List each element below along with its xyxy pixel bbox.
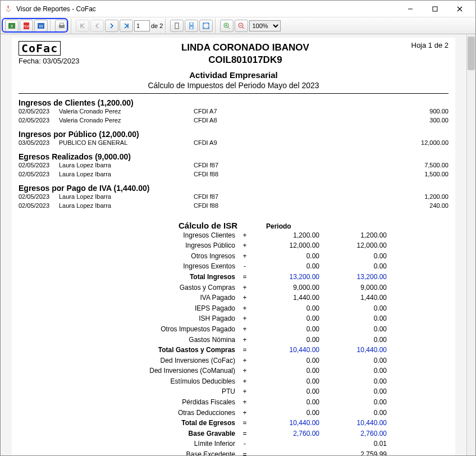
page-of-label: de 2 <box>151 22 163 29</box>
isr-value-2: 0.01 <box>319 439 387 449</box>
zoom-select[interactable]: 100% <box>249 20 281 31</box>
isr-op: - <box>237 261 252 272</box>
scrollbar-thumb[interactable] <box>468 37 475 70</box>
isr-value-1: 0.00 <box>252 251 319 262</box>
isr-row: IVA Pagado+1,440.001,440.00 <box>63 293 448 303</box>
isr-op: + <box>237 376 252 387</box>
isr-value-2: 0.00 <box>319 366 387 376</box>
titlebar: Visor de Reportes - CoFac <box>1 1 475 17</box>
isr-value-1: 10,440.00 <box>252 418 319 428</box>
zoom-in-button[interactable] <box>220 20 234 32</box>
isr-value-2: 0.00 <box>319 386 387 397</box>
row-amount: 240.00 <box>401 202 448 211</box>
isr-label: Otros Impuestos Pagado <box>63 324 237 335</box>
continuous-page-button[interactable] <box>185 20 198 32</box>
row-name: Laura Lopez Ibarra <box>59 161 194 170</box>
isr-op: + <box>237 282 252 293</box>
section-title: Egresos Realizados (9,000.00) <box>19 152 448 161</box>
isr-label: Ded Inversiones (CoManual) <box>63 366 237 376</box>
isr-row: Ded Inversiones (CoManual)+0.000.00 <box>63 366 448 376</box>
svg-rect-16 <box>190 26 193 29</box>
content-area: CoFac Fecha: 03/05/2023 LINDA CORONADO I… <box>1 34 475 455</box>
isr-value-2: 13,200.00 <box>319 272 387 282</box>
last-page-button[interactable] <box>120 20 133 32</box>
report-rfc: COIL801017DK9 <box>79 54 411 66</box>
isr-label: Total Gastos y Compras <box>63 345 237 355</box>
isr-op: + <box>237 397 252 408</box>
isr-label: Gastos Nómina <box>63 335 237 345</box>
row-date: 02/05/2023 <box>19 170 59 179</box>
isr-value-2: 2,760.00 <box>319 428 387 439</box>
first-page-button[interactable] <box>76 20 89 32</box>
export-group: X PDF W <box>3 19 51 33</box>
export-excel-button[interactable]: X <box>5 20 19 32</box>
isr-row: IEPS Pagado+0.000.00 <box>63 303 448 314</box>
isr-op: + <box>237 386 252 397</box>
isr-label: Ded Inversiones (CoFac) <box>63 355 237 366</box>
row-date: 02/05/2023 <box>19 107 59 116</box>
row-name: Laura Lopez Ibarra <box>59 202 194 211</box>
report-page: CoFac Fecha: 03/05/2023 LINDA CORONADO I… <box>12 38 455 455</box>
export-pdf-button[interactable]: PDF <box>20 20 33 32</box>
isr-value-1: 0.00 <box>252 397 319 408</box>
maximize-button[interactable] <box>423 1 447 17</box>
isr-label: Estímulos Deducibles <box>63 376 237 387</box>
isr-value-1: 0.00 <box>252 324 319 335</box>
page-indicator: Hoja 1 de 2 <box>411 41 449 49</box>
isr-value-1: 10,440.00 <box>252 345 319 355</box>
page-scroll[interactable]: CoFac Fecha: 03/05/2023 LINDA CORONADO I… <box>1 34 466 455</box>
isr-op: + <box>237 251 252 262</box>
isr-label: Ingresos Exentos <box>63 261 237 272</box>
isr-value-2: 0.00 <box>319 251 387 262</box>
isr-value-2: 9,000.00 <box>319 282 387 293</box>
section-title: Ingresos por Público (12,000.00) <box>19 130 448 139</box>
isr-row: ISH Pagado+0.000.00 <box>63 313 448 324</box>
detail-row: 02/05/2023Valeria Cronado PerezCFDI A790… <box>19 107 448 116</box>
isr-value-2: 0.00 <box>319 261 387 272</box>
report-name: LINDA CORONADO IBANOV <box>79 42 411 53</box>
detail-row: 03/05/2023PUBLICO EN GENERALCFDI A912,00… <box>19 139 448 148</box>
isr-row: Base Excedente=2,759.99 <box>63 449 448 455</box>
row-date: 02/05/2023 <box>19 202 59 211</box>
row-cfdi: CFDI f88 <box>194 202 272 211</box>
row-date: 02/05/2023 <box>19 161 59 170</box>
zoom-out-button[interactable] <box>235 20 248 32</box>
isr-label: Ingresos Público <box>63 240 237 251</box>
isr-value-2: 0.00 <box>319 324 387 335</box>
isr-row: Límite Inferior-0.01 <box>63 439 448 449</box>
prev-page-button[interactable] <box>90 20 104 32</box>
detail-row: 02/05/2023Laura Lopez IbarraCFDI f871,20… <box>19 193 448 202</box>
isr-value-1: 0.00 <box>252 376 319 387</box>
isr-value-2: 0.00 <box>319 313 387 324</box>
isr-value-1: 13,200.00 <box>252 272 319 282</box>
isr-period-label: Periodo <box>239 222 318 230</box>
single-page-button[interactable] <box>170 20 184 32</box>
isr-label: Otras Deducciones <box>63 408 237 418</box>
isr-value-1: 0.00 <box>252 386 319 397</box>
close-button[interactable] <box>447 1 472 17</box>
row-name: PUBLICO EN GENERAL <box>59 139 194 148</box>
row-date: 02/05/2023 <box>19 116 59 125</box>
isr-label: Base Gravable <box>63 428 237 439</box>
isr-op: + <box>237 293 252 303</box>
print-button[interactable] <box>55 20 68 32</box>
vertical-scrollbar[interactable] <box>466 34 475 455</box>
row-amount: 900.00 <box>401 107 448 116</box>
isr-row: Ingresos Exentos-0.000.00 <box>63 261 448 272</box>
row-date: 03/05/2023 <box>19 139 59 148</box>
isr-op: + <box>237 355 252 366</box>
row-amount: 1,500.00 <box>401 170 448 179</box>
fecha-label: Fecha: 03/05/2023 <box>19 57 79 65</box>
zoom-group: 100% <box>218 19 283 33</box>
fit-page-button[interactable] <box>199 20 213 32</box>
isr-value-1: 0.00 <box>252 313 319 324</box>
row-cfdi: CFDI A9 <box>194 139 272 148</box>
minimize-button[interactable] <box>398 1 423 17</box>
isr-op: = <box>237 428 252 439</box>
page-number-input[interactable] <box>134 20 150 31</box>
next-page-button[interactable] <box>105 20 118 32</box>
section-title: Ingresos de Clientes (1,200.00) <box>19 98 448 107</box>
isr-row: Ingresos Público+12,000.0012,000.00 <box>63 240 448 251</box>
export-word-button[interactable]: W <box>34 20 48 32</box>
isr-value-1: 0.00 <box>252 366 319 376</box>
